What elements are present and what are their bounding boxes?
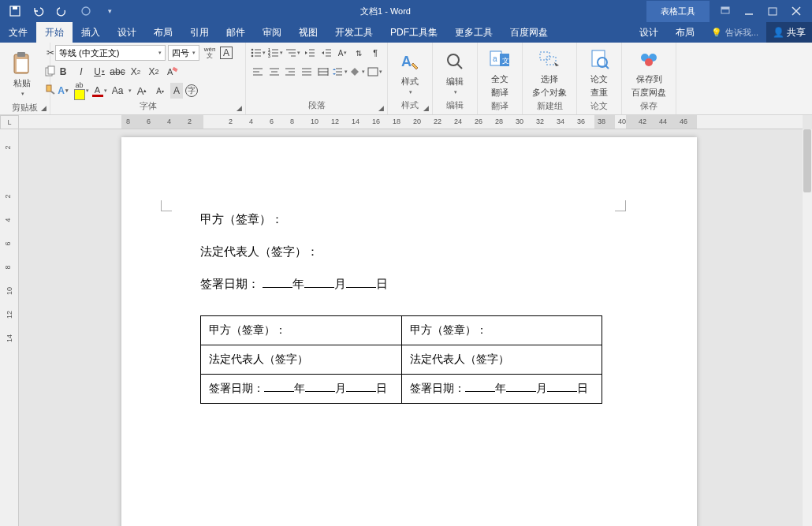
styles-icon: A [397, 49, 423, 74]
tab-mailings[interactable]: 邮件 [218, 22, 254, 43]
doc-line-1[interactable]: 甲方（签章）： [200, 212, 618, 227]
change-case-button[interactable]: Aa [110, 83, 125, 99]
table-cell[interactable]: 法定代表人（签字） [201, 345, 402, 375]
maximize-icon[interactable] [768, 6, 777, 16]
tab-home[interactable]: 开始 [36, 22, 73, 43]
shrink-font-button[interactable]: A▾ [152, 83, 168, 99]
font-color-button[interactable]: A▾ [91, 83, 107, 99]
touch-mode-icon[interactable] [79, 4, 93, 18]
paragraph-dialog-launcher[interactable]: ◢ [376, 103, 386, 113]
align-center-button[interactable] [267, 64, 281, 80]
decrease-indent-button[interactable] [303, 45, 317, 61]
enclose-char-button[interactable]: 字 [185, 84, 198, 97]
tab-layout[interactable]: 布局 [145, 22, 181, 43]
styles-button[interactable]: A 样式▾ [393, 45, 427, 99]
scrollbar-thumb[interactable] [803, 129, 811, 192]
distribute-button[interactable] [316, 64, 330, 80]
line-spacing-button[interactable]: ▾ [333, 64, 348, 80]
italic-button[interactable]: I [73, 64, 89, 80]
tab-insert[interactable]: 插入 [73, 22, 109, 43]
show-marks-button[interactable]: ¶ [368, 45, 382, 61]
select-multi-button[interactable]: 选择多个对象 [527, 45, 572, 100]
align-right-button[interactable] [284, 64, 298, 80]
document-scroll[interactable]: 甲方（签章）： 法定代表人（签字）： 签署日期： 年月日 甲方（签章）： 甲方（… [19, 129, 803, 526]
svg-point-61 [448, 54, 459, 65]
page[interactable]: 甲方（签章）： 法定代表人（签字）： 签署日期： 年月日 甲方（签章）： 甲方（… [121, 137, 697, 526]
tell-me-search[interactable]: 💡告诉我... [703, 27, 766, 39]
strikethrough-button[interactable]: abc [110, 64, 125, 80]
tab-review[interactable]: 审阅 [254, 22, 290, 43]
font-name-combo[interactable]: 等线 (中文正文)▾ [55, 45, 166, 61]
table-row: 法定代表人（签字） 法定代表人（签字） [201, 345, 602, 375]
clear-formatting-icon[interactable]: A [164, 64, 180, 80]
shading-button[interactable]: ▾ [350, 64, 365, 80]
editing-button[interactable]: 编辑▾ [438, 45, 472, 99]
signature-table[interactable]: 甲方（签章）： 甲方（签章）： 法定代表人（签字） 法定代表人（签字） 签署日期… [200, 315, 602, 404]
vertical-scrollbar[interactable] [803, 129, 812, 526]
thesis-check-button[interactable]: 论文查重 [582, 45, 616, 100]
align-left-button[interactable] [251, 64, 265, 80]
ribbon-tabbar: 文件 开始 插入 设计 布局 引用 邮件 审阅 视图 开发工具 PDF工具集 更… [0, 22, 812, 43]
subscript-button[interactable]: X2 [128, 64, 143, 80]
tab-baidu-netdisk[interactable]: 百度网盘 [501, 22, 557, 43]
vertical-ruler[interactable]: 22468101214 [0, 129, 19, 526]
highlight-button[interactable]: ab▾ [73, 83, 89, 99]
undo-icon[interactable] [32, 4, 46, 18]
styles-dialog-launcher[interactable]: ◢ [421, 103, 430, 113]
tab-pdf-tools[interactable]: PDF工具集 [382, 22, 446, 43]
tab-table-layout[interactable]: 布局 [667, 22, 703, 43]
underline-button[interactable]: U▾ [91, 64, 107, 80]
table-row: 签署日期：年月日 签署日期：年月日 [201, 375, 602, 404]
contextual-tab-table-tools[interactable]: 表格工具 [646, 1, 710, 22]
table-cell[interactable]: 签署日期：年月日 [401, 375, 602, 404]
save-netdisk-button[interactable]: 保存到百度网盘 [627, 45, 671, 100]
share-button[interactable]: 👤共享 [766, 22, 812, 43]
justify-button[interactable] [300, 64, 314, 80]
group-clipboard: 粘贴▾ ✂ 剪贴板 ◢ [0, 43, 50, 114]
tab-table-design[interactable]: 设计 [631, 22, 667, 43]
clipboard-dialog-launcher[interactable]: ◢ [39, 103, 48, 113]
tab-more-tools[interactable]: 更多工具 [446, 22, 501, 43]
multilevel-list-button[interactable]: ▾ [285, 45, 300, 61]
person-icon: 👤 [773, 27, 784, 38]
doc-line-3[interactable]: 签署日期： 年月日 [200, 277, 618, 292]
close-icon[interactable] [792, 6, 801, 16]
svg-rect-17 [172, 67, 177, 72]
table-cell[interactable]: 甲方（签章）： [401, 316, 602, 345]
tab-view[interactable]: 视图 [290, 22, 326, 43]
font-size-combo[interactable]: 四号▾ [168, 45, 199, 61]
sort-button[interactable]: ⇅ [352, 45, 366, 61]
text-effects-button[interactable]: A▾ [55, 83, 71, 99]
tab-design[interactable]: 设计 [109, 22, 145, 43]
ribbon-options-icon[interactable] [721, 6, 730, 16]
ruler-corner[interactable]: L [0, 115, 19, 129]
grow-font-button[interactable]: A▴ [134, 83, 150, 99]
table-cell[interactable]: 甲方（签章）： [201, 316, 402, 345]
doc-line-2[interactable]: 法定代表人（签字）： [200, 244, 618, 259]
font-dialog-launcher[interactable]: ◢ [234, 103, 244, 113]
bullets-button[interactable]: ▾ [251, 45, 266, 61]
save-icon[interactable] [8, 4, 22, 18]
svg-line-62 [457, 64, 462, 69]
horizontal-ruler[interactable]: 8642246810121416182022242628303234363840… [19, 115, 803, 129]
asian-layout-button[interactable]: A▾ [336, 45, 350, 61]
redo-icon[interactable] [55, 4, 69, 18]
borders-button[interactable]: ▾ [367, 64, 382, 80]
tab-developer[interactable]: 开发工具 [326, 22, 382, 43]
char-shading-button[interactable]: A [170, 83, 183, 99]
tab-references[interactable]: 引用 [181, 22, 218, 43]
qat-dropdown-icon[interactable]: ▾ [102, 4, 117, 18]
translate-button[interactable]: a文 全文翻译 [482, 45, 517, 100]
table-cell[interactable]: 法定代表人（签字） [401, 345, 602, 375]
table-cell[interactable]: 签署日期：年月日 [201, 375, 402, 404]
minimize-icon[interactable] [744, 6, 754, 16]
svg-rect-68 [546, 57, 556, 65]
numbering-button[interactable]: 123▾ [268, 45, 283, 61]
bold-button[interactable]: B [55, 64, 71, 80]
increase-indent-button[interactable] [319, 45, 333, 61]
superscript-button[interactable]: X2 [146, 64, 162, 80]
character-border-icon[interactable]: A [220, 47, 233, 59]
tab-file[interactable]: 文件 [0, 22, 36, 43]
paste-button[interactable]: 粘贴▾ [5, 45, 39, 102]
phonetic-guide-icon[interactable]: wén文 [202, 45, 218, 61]
